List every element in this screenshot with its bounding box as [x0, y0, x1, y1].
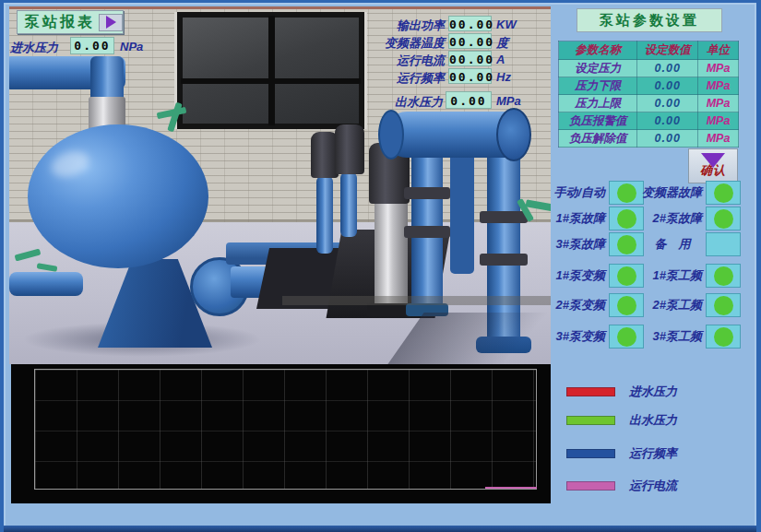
readout-label-temp: 变频器温度: [354, 35, 445, 52]
status-label-vfd-fault: 变频器故障: [617, 181, 702, 205]
trend-plot-area: [34, 369, 537, 490]
status-label-pump1-mains: 1#泵工频: [617, 264, 702, 288]
wall-top-edge: [9, 6, 551, 9]
manifold-cap-right: [496, 108, 531, 161]
outlet-pressure-label: 出水压力: [354, 94, 443, 111]
suction-pipe-left: [9, 272, 83, 296]
readout-value-temp: 00.00: [448, 33, 492, 49]
pressure-low-limit-input[interactable]: 0.00: [637, 77, 698, 95]
col-header-value: 设定数值: [637, 41, 698, 60]
pump1-column: [316, 176, 333, 254]
report-button[interactable]: 泵站报表: [17, 10, 124, 34]
bottom-frame-strip: [0, 526, 761, 532]
legend-label-outlet: 出水压力: [629, 415, 731, 426]
confirm-button-label: 确认: [700, 162, 726, 179]
status-label-pump2-mains: 2#泵工频: [617, 293, 702, 317]
report-button-label: 泵站报表: [18, 13, 99, 32]
readout-unit-temp: 度: [496, 35, 508, 52]
lamp-spare: [706, 232, 741, 256]
col-header-name: 参数名称: [559, 41, 637, 60]
lamp-vfd-fault: [706, 181, 741, 205]
neg-pressure-alarm-input[interactable]: 0.00: [637, 112, 698, 130]
readout-value-freq: 00.00: [448, 68, 492, 84]
hmi-screen: 泵站报表 进水压力 0.00 NPa 输出功率 00.00 KW 变频器温度 0…: [0, 0, 761, 532]
neg-pressure-release-input[interactable]: 0.00: [637, 130, 698, 148]
outlet-pressure-value: 0.00: [446, 91, 492, 109]
table-header-row: 参数名称 设定数值 单位: [559, 41, 739, 60]
parameter-table: 参数名称 设定数值 单位 设定压力 0.00 MPa 压力下限 0.00 MPa…: [558, 41, 739, 148]
table-row: 压力下限 0.00 MPa: [559, 77, 739, 95]
trend-chart: [11, 364, 551, 503]
lamp-pump2-fault: [706, 207, 741, 231]
readout-value-power: 00.00: [448, 16, 492, 31]
readout-unit-current: A: [496, 53, 505, 66]
pressure-tank: [28, 124, 208, 268]
riser1-flange-a: [404, 187, 450, 199]
status-label-pump2-vfd: 2#泵变频: [520, 293, 605, 317]
inlet-pressure-unit: NPa: [120, 40, 143, 53]
settings-panel-title: 泵站参数设置: [577, 8, 722, 32]
current-trace-line: [485, 487, 537, 489]
readout-label-power: 输出功率: [354, 18, 445, 34]
play-icon: [106, 16, 116, 29]
wall-skirting-shadow: [282, 296, 551, 305]
status-label-pump3-fault: 3#泵故障: [520, 232, 605, 256]
inlet-pressure-value: 0.00: [70, 37, 114, 54]
pump2-column: [340, 172, 357, 237]
status-label-pump1-fault: 1#泵故障: [520, 207, 605, 231]
table-row: 设定压力 0.00 MPa: [559, 60, 739, 77]
setpoint-pressure-input[interactable]: 0.00: [637, 60, 698, 77]
legend-swatch-freq: [566, 449, 615, 458]
legend-label-current: 运行电流: [629, 480, 731, 491]
status-label-pump3-mains: 3#泵工频: [617, 325, 702, 349]
outlet-pressure-unit: MPa: [496, 94, 521, 108]
confirm-button[interactable]: 确认: [688, 148, 738, 183]
lamp-pump3-mains: [706, 325, 741, 349]
legend-swatch-outlet: [566, 416, 615, 425]
status-label-pump3-vfd: 3#泵变频: [520, 325, 605, 349]
manifold-cap-left: [378, 110, 404, 160]
lamp-pump2-mains: [706, 293, 741, 317]
pump2-motor: [335, 124, 364, 174]
pressure-high-limit-input[interactable]: 0.00: [637, 95, 698, 112]
riser-rear: [450, 145, 474, 274]
inlet-pressure-label: 进水压力: [10, 40, 58, 56]
window-mullion-horizontal: [181, 78, 361, 84]
pump3-barrel: [375, 204, 408, 305]
readout-label-current: 运行电流: [354, 53, 445, 69]
status-label-spare: 备 用: [617, 232, 702, 256]
readout-unit-power: KW: [496, 18, 517, 31]
table-row: 负压报警值 0.00 MPa: [559, 112, 739, 130]
window-mullion-vertical: [268, 16, 275, 125]
lamp-pump1-mains: [706, 264, 741, 288]
play-icon-box[interactable]: [99, 14, 123, 31]
col-header-unit: 单位: [698, 41, 739, 60]
window: [177, 12, 364, 129]
table-row: 压力上限 0.00 MPa: [559, 95, 739, 112]
table-row: 负压解除值 0.00 MPa: [559, 130, 739, 148]
legend-swatch-current: [566, 481, 615, 491]
riser1-flange-b: [404, 226, 450, 238]
readout-unit-freq: Hz: [496, 70, 511, 84]
readout-label-freq: 运行频率: [354, 70, 445, 87]
legend-label-inlet: 进水压力: [629, 386, 731, 397]
status-label-pump1-vfd: 1#泵变频: [520, 264, 605, 288]
legend-label-freq: 运行频率: [629, 448, 731, 459]
status-label-pump2-fault: 2#泵故障: [617, 207, 702, 231]
status-label-manual-auto: 手动/自动: [520, 181, 605, 205]
legend-swatch-inlet: [566, 387, 615, 396]
readout-value-current: 00.00: [448, 51, 492, 66]
